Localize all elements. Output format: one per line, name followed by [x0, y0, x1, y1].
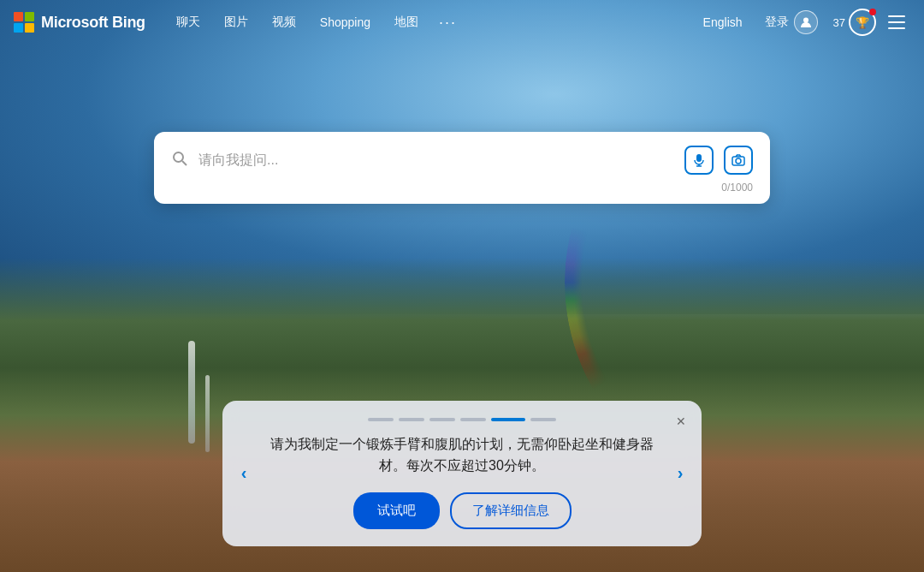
menu-button[interactable] [883, 9, 910, 36]
waterfall-decoration [188, 341, 195, 444]
learn-more-button[interactable]: 了解详细信息 [450, 492, 572, 529]
logo-green [25, 12, 34, 21]
nav-shopping[interactable]: Shopping [310, 10, 381, 34]
trophy-icon: 🏆 [856, 16, 869, 29]
navbar: Microsoft Bing 聊天 图片 视频 Shopping 地图 ··· … [0, 0, 924, 45]
svg-rect-3 [696, 154, 702, 162]
close-button[interactable]: ✕ [672, 413, 690, 430]
logo-blue [14, 23, 23, 33]
microphone-button[interactable] [684, 146, 714, 175]
indicator-3 [429, 418, 455, 421]
nav-links: 聊天 图片 视频 Shopping 地图 ··· [166, 9, 696, 35]
logo-yellow [25, 23, 34, 33]
logo-red [14, 12, 23, 21]
points-count: 37 [833, 16, 845, 29]
nav-more-button[interactable]: ··· [432, 10, 464, 35]
svg-point-1 [174, 152, 183, 162]
hamburger-line-2 [888, 21, 905, 23]
login-label: 登录 [765, 15, 789, 30]
indicator-6 [530, 418, 556, 421]
notification-dot [869, 9, 876, 15]
indicator-5-active [491, 418, 525, 421]
indicator-4 [460, 418, 486, 421]
login-button[interactable]: 登录 [756, 5, 826, 39]
search-container: 0/1000 [154, 132, 770, 204]
logo-text: Microsoft Bing [41, 14, 145, 32]
camera-icon [732, 153, 745, 167]
user-icon [799, 15, 813, 29]
camera-button[interactable] [724, 146, 753, 175]
card-indicators [265, 418, 659, 421]
points-badge[interactable]: 37 🏆 [833, 9, 876, 36]
logo-link[interactable]: Microsoft Bing [14, 12, 145, 33]
svg-point-7 [736, 158, 741, 164]
microsoft-logo [14, 12, 34, 33]
nav-images[interactable]: 图片 [214, 9, 258, 35]
hamburger-line-3 [888, 27, 905, 29]
nav-video[interactable]: 视频 [262, 9, 306, 35]
nav-right: English 登录 37 🏆 [696, 5, 910, 39]
user-avatar [794, 10, 818, 34]
search-input-row [171, 146, 753, 175]
svg-point-0 [803, 18, 808, 23]
prev-arrow-button[interactable]: ‹ [231, 461, 257, 486]
card-buttons: 试试吧 了解详细信息 [265, 492, 659, 529]
search-input[interactable] [198, 152, 674, 168]
chevron-left-icon: ‹ [241, 463, 247, 483]
search-box: 0/1000 [154, 132, 770, 204]
nav-maps[interactable]: 地图 [384, 9, 429, 35]
suggestion-text: 请为我制定一个锻炼手臂和腹肌的计划，无需仰卧起坐和健身器材。每次不应超过30分钟… [265, 433, 659, 477]
trophy-button[interactable]: 🏆 [849, 9, 876, 36]
hamburger-line-1 [888, 15, 905, 17]
try-button[interactable]: 试试吧 [353, 492, 440, 529]
waterfall2-decoration [205, 375, 210, 452]
chevron-right-icon: › [678, 463, 684, 483]
mic-icon [692, 153, 706, 167]
next-arrow-button[interactable]: › [667, 461, 693, 486]
indicator-1 [368, 418, 394, 421]
language-button[interactable]: English [696, 12, 749, 33]
search-icons-right [684, 146, 753, 175]
nav-chat[interactable]: 聊天 [166, 9, 210, 35]
search-icon [171, 150, 188, 171]
char-count: 0/1000 [171, 182, 753, 194]
svg-line-2 [182, 161, 187, 165]
indicator-2 [399, 418, 424, 421]
suggestion-card: ✕ ‹ 请为我制定一个锻炼手臂和腹肌的计划，无需仰卧起坐和健身器材。每次不应超过… [222, 401, 702, 546]
